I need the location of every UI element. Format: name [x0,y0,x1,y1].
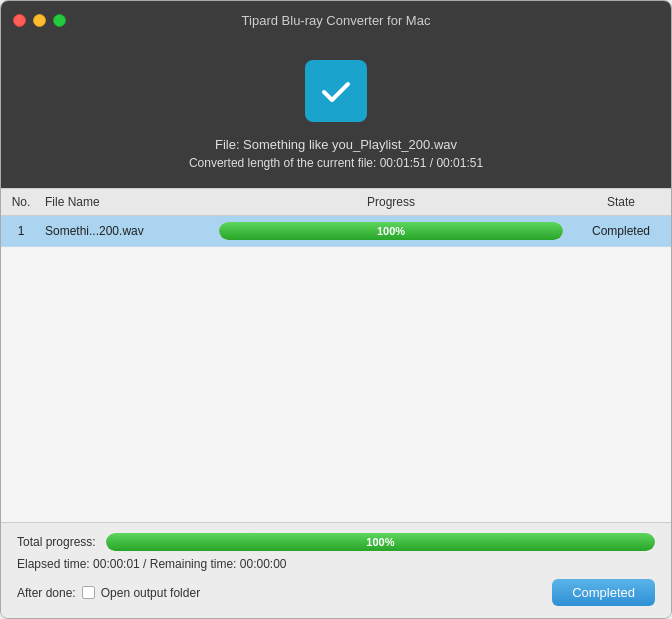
row-no: 1 [1,224,41,238]
table-row: 1 Somethi...200.wav 100% Completed [1,216,671,247]
window-title: Tipard Blu-ray Converter for Mac [242,13,431,28]
after-done-row: After done: Open output folder Completed [17,579,655,606]
total-progress-label: Total progress: [17,535,96,549]
close-button[interactable] [13,14,26,27]
after-done-label: After done: [17,586,76,600]
row-state: Completed [571,224,671,238]
check-icon-container [300,55,372,127]
maximize-button[interactable] [53,14,66,27]
col-header-filename: File Name [41,195,211,209]
progress-bar-text: 100% [219,225,563,237]
open-output-checkbox[interactable] [82,586,95,599]
window-controls[interactable] [13,14,66,27]
row-progress-cell: 100% [211,222,571,240]
bottom-section: Total progress: 100% Elapsed time: 00:00… [1,522,671,618]
col-header-state: State [571,195,671,209]
table-section: No. File Name Progress State 1 Somethi..… [1,188,671,522]
total-progress-row: Total progress: 100% [17,533,655,551]
file-info-line1: File: Something like you_Playlist_200.wa… [215,137,457,152]
title-bar: Tipard Blu-ray Converter for Mac [1,1,671,39]
row-filename: Somethi...200.wav [41,224,211,238]
elapsed-row: Elapsed time: 00:00:01 / Remaining time:… [17,557,655,571]
checkmark-icon [317,72,355,110]
progress-bar-container: 100% [219,222,563,240]
total-progress-text: 100% [106,536,655,548]
after-done-left: After done: Open output folder [17,586,200,600]
table-header: No. File Name Progress State [1,188,671,216]
completed-button[interactable]: Completed [552,579,655,606]
col-header-progress: Progress [211,195,571,209]
minimize-button[interactable] [33,14,46,27]
table-body: 1 Somethi...200.wav 100% Completed [1,216,671,522]
col-header-no: No. [1,195,41,209]
total-progress-bar-container: 100% [106,533,655,551]
file-info-line2: Converted length of the current file: 00… [189,156,483,170]
check-circle [305,60,367,122]
open-output-label: Open output folder [101,586,200,600]
header-area: File: Something like you_Playlist_200.wa… [1,39,671,188]
